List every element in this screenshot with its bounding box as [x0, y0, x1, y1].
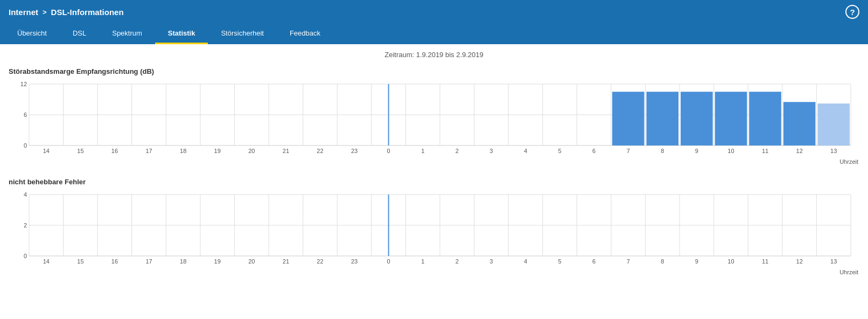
- chart2-canvas: [9, 189, 859, 275]
- chart1-section: Störabstandsmarge Empfangsrichtung (dB): [9, 67, 859, 165]
- breadcrumb-separator: >: [43, 8, 47, 16]
- time-range: Zeitraum: 1.9.2019 bis 2.9.2019: [9, 51, 859, 59]
- help-icon[interactable]: ?: [845, 5, 859, 19]
- chart1-container: [9, 79, 859, 165]
- breadcrumb-dsl: DSL-Informationen: [51, 8, 124, 17]
- chart2-container: [9, 189, 859, 275]
- tab-spektrum[interactable]: Spektrum: [99, 24, 155, 44]
- tab-statistik[interactable]: Statistik: [155, 24, 208, 44]
- nav-tabs: ÜbersichtDSLSpektrumStatistikStörsicherh…: [0, 24, 868, 44]
- tab-bersicht[interactable]: Übersicht: [4, 24, 60, 44]
- tab-dsl[interactable]: DSL: [60, 24, 99, 44]
- chart2-title: nicht behebbare Fehler: [9, 178, 859, 186]
- tab-strsicherheit[interactable]: Störsicherheit: [208, 24, 276, 44]
- breadcrumb-internet: Internet: [9, 8, 38, 17]
- chart2-section: nicht behebbare Fehler: [9, 178, 859, 275]
- breadcrumb: Internet > DSL-Informationen: [9, 8, 124, 17]
- header: Internet > DSL-Informationen ?: [0, 0, 868, 24]
- tab-feedback[interactable]: Feedback: [277, 24, 333, 44]
- chart1-title: Störabstandsmarge Empfangsrichtung (dB): [9, 67, 859, 75]
- chart1-canvas: [9, 79, 859, 165]
- content: Zeitraum: 1.9.2019 bis 2.9.2019 Störabst…: [0, 44, 868, 295]
